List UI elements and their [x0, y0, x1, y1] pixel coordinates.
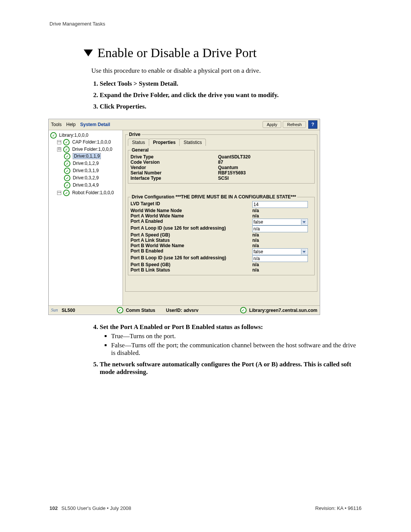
tree-label: Drive Folder:1,0,0,0	[72, 147, 112, 152]
tree-robot-folder[interactable]: ⊶ ✓ Robot Folder:1,0,0,0	[57, 189, 123, 197]
step-4: Set the Port A Enabled or Port B Enabled…	[100, 323, 362, 357]
value-drive-type: QuantSDLT320	[218, 154, 250, 160]
comm-label: Comm Status	[126, 308, 155, 313]
triangle-down-icon	[84, 50, 93, 56]
tree-label: Drive:0,3,4,9	[73, 182, 99, 188]
library-label: Library:green7.central.sun.com	[249, 308, 317, 313]
label-serial: Serial Number	[131, 170, 218, 176]
sun-logo-icon: Sun	[51, 307, 58, 313]
general-fieldset: General Drive TypeQuantSDLT320 Code Vers…	[128, 147, 315, 184]
step-1: Select Tools > System Detail.	[100, 80, 362, 88]
label-interface: Interface Type	[131, 176, 218, 181]
label-port-a-enabled: Port A Enabled	[131, 219, 252, 225]
select-port-a-enabled[interactable]: false	[252, 219, 308, 225]
refresh-button[interactable]: Refresh	[283, 121, 306, 128]
page-footer: 102 SL500 User's Guide • July 2008 Revis…	[49, 505, 362, 511]
check-icon: ✓	[240, 307, 247, 313]
value-port-b-speed: n/a	[252, 262, 259, 267]
tree-drive-0-1-2-9[interactable]: ✓ Drive:0,1,2,9	[64, 160, 123, 167]
label-vendor: Vendor	[131, 165, 218, 170]
label-port-b-wwn: Port B World Wide Name	[131, 243, 252, 248]
collapse-icon[interactable]: ⊶	[57, 140, 61, 144]
menu-system-detail[interactable]: System Detail	[80, 122, 110, 127]
value-port-b-link: n/a	[252, 267, 259, 273]
check-icon: ✓	[64, 160, 70, 167]
tree-cap-folder[interactable]: ⊶ ✓ CAP Folder:1,0,0,0	[57, 139, 123, 146]
running-header: Drive Management Tasks	[49, 21, 362, 27]
step-4-text: Set the Port A Enabled or Port B Enabled…	[100, 323, 263, 331]
label-port-b-speed: Port B Speed (GB)	[131, 262, 252, 267]
tree-drive-0-3-1-9[interactable]: ✓ Drive:0,3,1,9	[64, 167, 123, 174]
tree-label-selected: Drive:0,1,1,9	[73, 153, 101, 159]
value-port-b-wwn: n/a	[252, 243, 259, 248]
userid-label: UserID:	[166, 308, 182, 313]
drive-fieldset: Drive Status Properties Statistics Gener…	[125, 132, 317, 292]
tab-statistics[interactable]: Statistics	[179, 139, 206, 146]
config-legend: Drive Configuration ***THE DRIVE MUST BE…	[131, 194, 297, 200]
value-port-b-loop: n/a	[253, 256, 260, 261]
tree-drive-0-1-1-9[interactable]: ✓ Drive:0,1,1,9	[64, 153, 123, 160]
step-4a: True—Turns on the port.	[111, 332, 362, 340]
menu-help[interactable]: Help	[66, 122, 76, 127]
label-port-b-enabled: Port B Enabled	[131, 248, 252, 255]
menu-tools[interactable]: Tools	[51, 122, 62, 127]
config-fieldset: Drive Configuration ***THE DRIVE MUST BE…	[128, 194, 315, 275]
check-icon: ✓	[64, 168, 70, 174]
chevron-down-icon	[301, 219, 307, 225]
drive-legend: Drive	[128, 132, 142, 137]
tree-label: Drive:0,3,1,9	[73, 168, 99, 173]
label-port-a-speed: Port A Speed (GB)	[131, 232, 252, 238]
tree-label: CAP Folder:1,0,0,0	[72, 139, 111, 145]
label-drive-type: Drive Type	[131, 154, 218, 160]
help-icon[interactable]: ?	[308, 120, 317, 129]
label-port-a-loop: Port A Loop ID (use 126 for soft address…	[131, 225, 252, 232]
tab-status[interactable]: Status	[128, 139, 149, 146]
check-icon: ✓	[63, 139, 70, 145]
tree-label: Drive:0,3,2,9	[73, 175, 99, 181]
value-port-a-enabled: false	[253, 219, 263, 225]
revision: Revision: KA • 96116	[315, 505, 362, 511]
step-5: The network software automatically confi…	[100, 361, 362, 376]
userid: UserID: advsrv	[166, 308, 198, 313]
tree-drive-folder[interactable]: ⊟ ✓ Drive Folder:1,0,0,0 ✓ Drive:0,1,1,9	[57, 146, 123, 189]
select-port-b-enabled[interactable]: false	[252, 248, 308, 255]
step-2: Expand the Drive Folder, and click the d…	[100, 91, 362, 99]
page-number: 102	[49, 505, 58, 511]
value-serial: RBF15Y5693	[218, 170, 246, 176]
check-icon: ✓	[64, 153, 70, 160]
value-wwn-node: n/a	[252, 208, 259, 213]
collapse-icon[interactable]: ⊶	[57, 191, 61, 195]
tree-drive-0-3-2-9[interactable]: ✓ Drive:0,3,2,9	[64, 174, 123, 182]
tree-drive-0-3-4-9[interactable]: ✓ Drive:0,3,4,9	[64, 182, 123, 189]
label-port-b-loop: Port B Loop ID (use 126 for soft address…	[131, 255, 252, 262]
value-port-a-link: n/a	[252, 238, 259, 243]
label-port-a-wwn: Port A World Wide Name	[131, 213, 252, 219]
product-name: SL500	[62, 308, 75, 313]
input-lvd[interactable]: 14	[252, 201, 308, 208]
apply-button[interactable]: Apply	[263, 121, 282, 128]
input-port-b-loop[interactable]: n/a	[252, 255, 308, 262]
tab-properties[interactable]: Properties	[149, 139, 180, 146]
statusbar: Sun SL500 ✓ Comm Status UserID: advsrv ✓…	[49, 305, 320, 315]
detail-panel: Drive Status Properties Statistics Gener…	[123, 130, 320, 305]
label-port-a-link: Port A Link Status	[131, 238, 252, 243]
tree-library[interactable]: ✓ Library:1,0,0,0 ⊶ ✓ CAP Folder:1,0,0,0…	[50, 132, 123, 197]
label-port-b-link: Port B Link Status	[131, 267, 252, 273]
value-vendor: Quantum	[218, 165, 238, 170]
check-icon: ✓	[64, 175, 70, 181]
value-lvd: 14	[253, 202, 258, 207]
step-4b: False—Turns off the port; the communicat…	[111, 342, 362, 357]
expand-icon[interactable]: ⊟	[57, 147, 61, 152]
value-port-a-wwn: n/a	[252, 213, 259, 219]
book-title: SL500 User's Guide • July 2008	[61, 505, 131, 511]
value-interface: SCSI	[218, 176, 229, 181]
step-3: Click Properties.	[100, 103, 362, 110]
value-code-version: 87	[218, 160, 223, 165]
check-icon: ✓	[117, 307, 123, 313]
value-port-b-enabled: false	[253, 249, 263, 254]
check-icon: ✓	[63, 146, 70, 153]
input-port-a-loop[interactable]: n/a	[252, 225, 308, 232]
value-port-a-loop: n/a	[253, 226, 260, 232]
label-wwn-node: World Wide Name Node	[131, 208, 252, 213]
userid-value: advsrv	[184, 308, 199, 313]
